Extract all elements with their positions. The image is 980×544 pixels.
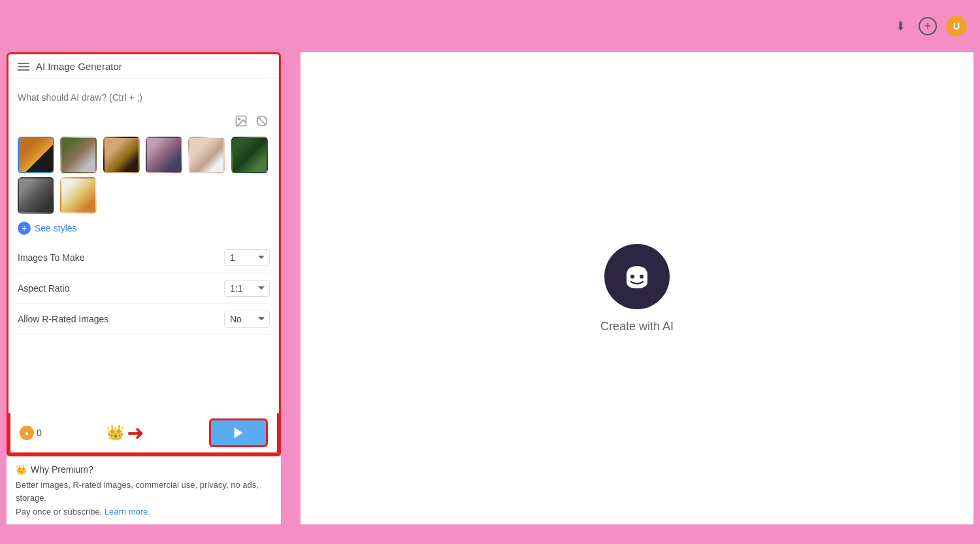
user-avatar[interactable]: U bbox=[946, 16, 967, 37]
svg-point-1 bbox=[238, 118, 240, 120]
r-rated-select[interactable]: No Yes bbox=[224, 311, 270, 328]
style-grid bbox=[8, 131, 279, 219]
create-with-ai-text: Create with AI bbox=[600, 320, 674, 333]
left-panel: AI Image Generator bbox=[7, 52, 281, 456]
coin-display: ● 0 bbox=[20, 426, 42, 440]
aspect-ratio-row: Aspect Ratio 1:1 16:9 4:3 3:2 bbox=[18, 273, 270, 304]
crown-emoji: 👑 bbox=[16, 464, 27, 475]
top-bar: ⬇ + U bbox=[0, 0, 980, 52]
style-woman[interactable] bbox=[146, 137, 182, 173]
top-bar-icons: ⬇ + U bbox=[891, 16, 967, 37]
style-tiger[interactable] bbox=[18, 137, 54, 173]
style-elder[interactable] bbox=[18, 177, 54, 214]
add-icon[interactable]: + bbox=[919, 17, 937, 35]
see-styles-plus-icon: + bbox=[18, 222, 31, 235]
premium-title-row: 👑 Why Premium? bbox=[16, 464, 272, 475]
right-panel: Create with AI bbox=[301, 52, 973, 524]
download-icon[interactable]: ⬇ bbox=[891, 17, 909, 35]
prompt-toolbar bbox=[8, 110, 279, 131]
images-to-make-select[interactable]: 1 2 3 4 bbox=[224, 249, 270, 266]
aspect-ratio-label: Aspect Ratio bbox=[18, 283, 69, 294]
left-panel-wrapper: AI Image Generator bbox=[0, 52, 301, 544]
r-rated-label: Allow R-Rated Images bbox=[18, 314, 108, 324]
coin-icon: ● bbox=[20, 426, 34, 440]
style-violin[interactable] bbox=[103, 137, 140, 173]
settings-section: Images To Make 1 2 3 4 Aspect Ratio 1:1 … bbox=[8, 240, 279, 413]
style-green[interactable] bbox=[231, 137, 268, 173]
see-styles-label: See styles bbox=[35, 223, 77, 233]
images-to-make-label: Images To Make bbox=[18, 252, 84, 263]
svg-marker-4 bbox=[235, 428, 243, 439]
no-image-icon[interactable] bbox=[254, 113, 270, 129]
see-styles-button[interactable]: + See styles bbox=[8, 219, 279, 240]
image-upload-icon[interactable] bbox=[233, 113, 249, 129]
menu-icon[interactable] bbox=[18, 63, 29, 71]
panel-title: AI Image Generator bbox=[36, 61, 122, 72]
r-rated-row: Allow R-Rated Images No Yes bbox=[18, 304, 270, 335]
premium-title-text: Why Premium? bbox=[31, 464, 93, 475]
style-figure[interactable] bbox=[188, 137, 225, 173]
style-fox[interactable] bbox=[60, 177, 97, 214]
aspect-ratio-select[interactable]: 1:1 16:9 4:3 3:2 bbox=[224, 280, 270, 297]
svg-line-3 bbox=[258, 117, 267, 126]
generate-button[interactable] bbox=[209, 418, 268, 447]
svg-point-5 bbox=[630, 275, 634, 279]
ai-avatar bbox=[604, 244, 670, 309]
premium-description: Better images, R-rated images, commercia… bbox=[16, 479, 272, 504]
premium-section: 👑 Why Premium? Better images, R-rated im… bbox=[7, 456, 281, 524]
panel-header: AI Image Generator bbox=[8, 54, 279, 79]
pay-text: Pay once or subscribe. bbox=[16, 507, 102, 517]
crown-arrow-annotation: 👑 ➜ bbox=[48, 420, 203, 445]
main-area: AI Image Generator bbox=[0, 52, 980, 544]
coin-count: 0 bbox=[37, 428, 42, 438]
prompt-input[interactable] bbox=[18, 87, 270, 108]
svg-point-6 bbox=[640, 275, 644, 279]
ai-face-icon bbox=[620, 260, 654, 294]
bottom-bar: ● 0 👑 ➜ bbox=[8, 413, 279, 454]
learn-more-link[interactable]: Learn more. bbox=[105, 507, 150, 517]
prompt-area bbox=[8, 79, 279, 110]
style-animal[interactable] bbox=[60, 137, 97, 173]
images-to-make-row: Images To Make 1 2 3 4 bbox=[18, 243, 270, 273]
premium-link-row: Pay once or subscribe. Learn more. bbox=[16, 507, 272, 517]
